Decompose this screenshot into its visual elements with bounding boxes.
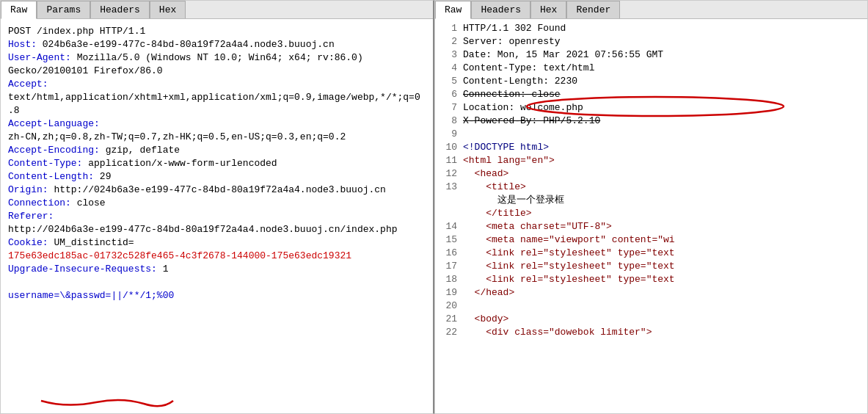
- left-line-10: Accept-Encoding: gzip, deflate: [8, 144, 426, 157]
- right-line-10: 10 <!DOCTYPE html>: [440, 141, 863, 154]
- request-content: POST /index.php HTTP/1.1 Host: 024b6a3e-…: [5, 22, 428, 305]
- left-line-7: .8: [8, 104, 426, 117]
- right-line-22: 22 <div class="dowebok limiter">: [440, 326, 863, 339]
- tab-render[interactable]: Render: [566, 1, 620, 18]
- right-line-2: 2 Server: openresty: [440, 35, 863, 48]
- right-line-5: 5 Content-Length: 2230: [440, 75, 863, 88]
- right-tabs[interactable]: Raw Headers Hex Render: [435, 1, 867, 19]
- left-content-area: POST /index.php HTTP/1.1 Host: 024b6a3e-…: [1, 19, 433, 413]
- right-line-6: 6 Connection: close: [440, 88, 863, 101]
- left-line-6: text/html,application/xhtml+xml,applicat…: [8, 91, 426, 104]
- right-line-11: 11 <html lang="en">: [440, 154, 863, 167]
- right-line-7: 7 Location: welcome.php: [440, 101, 863, 115]
- left-line-14: Connection: close: [8, 197, 426, 210]
- tab-raw-right[interactable]: Raw: [435, 1, 471, 19]
- left-line-2: Host: 024b6a3e-e199-477c-84bd-80a19f72a4…: [8, 38, 426, 51]
- tab-headers-right[interactable]: Headers: [471, 1, 530, 18]
- right-line-8: 8 X-Powered-By: PHP/5.2.10: [440, 115, 863, 128]
- left-line-15: Referer:: [8, 210, 426, 223]
- left-tabs[interactable]: Raw Params Headers Hex: [1, 1, 433, 19]
- right-line-21: 21 <body>: [440, 313, 863, 326]
- left-line-18: 175e63edc185ac-01732c528fe465-4c3f2678-1…: [8, 250, 426, 263]
- tab-raw-left[interactable]: Raw: [1, 1, 37, 19]
- right-line-13a: 13 <title>: [440, 181, 863, 194]
- right-line-9: 9: [440, 128, 863, 141]
- right-line-13b: 这是一个登录框: [440, 194, 863, 207]
- right-line-3: 3 Date: Mon, 15 Mar 2021 07:56:55 GMT: [440, 48, 863, 62]
- left-line-3: User-Agent: Mozilla/5.0 (Windows NT 10.0…: [8, 51, 426, 65]
- right-panel: Raw Headers Hex Render 1 HTTP/1.1 302 Fo…: [434, 0, 868, 414]
- right-line-18: 18 <link rel="stylesheet" type="text: [440, 273, 863, 286]
- left-line-16: http://024b6a3e-e199-477c-84bd-80a19f72a…: [8, 223, 426, 236]
- left-line-19: Upgrade-Insecure-Requests: 1: [8, 263, 426, 276]
- left-panel: Raw Params Headers Hex POST /index.php H…: [0, 0, 434, 414]
- left-line-9: zh-CN,zh;q=0.8,zh-TW;q=0.7,zh-HK;q=0.5,e…: [8, 131, 426, 144]
- right-line-17: 17 <link rel="stylesheet" type="text: [440, 260, 863, 273]
- right-line-19: 19 </head>: [440, 286, 863, 299]
- right-line-13c: </title>: [440, 207, 863, 220]
- right-line-15: 15 <meta name="viewport" content="wi: [440, 233, 863, 247]
- left-line-13: Origin: http://024b6a3e-e199-477c-84bd-8…: [8, 184, 426, 197]
- left-line-11: Content-Type: application/x-www-form-url…: [8, 157, 426, 170]
- right-line-12: 12 <head>: [440, 167, 863, 181]
- left-line-17: Cookie: UM_distinctid=: [8, 236, 426, 250]
- tab-params[interactable]: Params: [37, 1, 90, 18]
- left-line-20: [8, 276, 426, 289]
- left-line-21: username=\&passwd=||/**/1;%00: [8, 289, 426, 302]
- tab-hex-left[interactable]: Hex: [150, 1, 186, 18]
- right-line-4: 4 Content-Type: text/html: [440, 62, 863, 75]
- right-line-16: 16 <link rel="stylesheet" type="text: [440, 247, 863, 260]
- left-line-8: Accept-Language:: [8, 117, 426, 131]
- right-line-20: 20: [440, 299, 863, 313]
- left-line-12: Content-Length: 29: [8, 170, 426, 184]
- right-line-1: 1 HTTP/1.1 302 Found: [440, 22, 863, 35]
- left-line-1: POST /index.php HTTP/1.1: [8, 25, 426, 38]
- tab-headers-left[interactable]: Headers: [90, 1, 150, 18]
- right-content-area: 1 HTTP/1.1 302 Found 2 Server: openresty…: [435, 19, 867, 413]
- left-line-5: Accept:: [8, 78, 426, 91]
- right-line-14: 14 <meta charset="UTF-8">: [440, 220, 863, 233]
- tab-hex-right[interactable]: Hex: [530, 1, 566, 18]
- left-line-4: Gecko/20100101 Firefox/86.0: [8, 65, 426, 78]
